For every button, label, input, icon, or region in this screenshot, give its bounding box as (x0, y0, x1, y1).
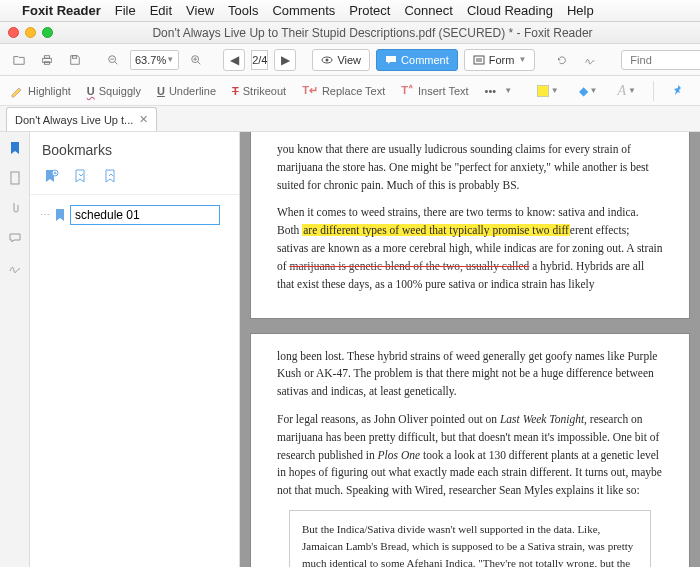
strikeout-tool[interactable]: TStrikeout (232, 85, 286, 97)
menu-help[interactable]: Help (567, 3, 594, 18)
window-titlebar: Don't Always Live Up to Their Stupid Des… (0, 22, 700, 44)
menu-comments[interactable]: Comments (272, 3, 335, 18)
bookmarks-tree: ⋯ (30, 195, 239, 225)
highlight-label: Highlight (28, 85, 71, 97)
menu-view[interactable]: View (186, 3, 214, 18)
signatures-panel-icon[interactable] (7, 260, 23, 276)
chevron-down-icon: ▼ (518, 55, 526, 64)
menu-protect[interactable]: Protect (349, 3, 390, 18)
more-label: ••• (485, 85, 497, 97)
underline-label: Underline (169, 85, 216, 97)
highlighted-text: are different types of weed that typical… (302, 224, 570, 236)
bookmarks-panel-icon[interactable] (7, 140, 23, 156)
strikeout-text: marijuana is genetic blend of the two, u… (289, 260, 529, 272)
zoom-in-button[interactable] (185, 49, 207, 71)
svg-rect-1 (44, 55, 49, 58)
svg-line-8 (198, 61, 201, 64)
zoom-out-button[interactable] (102, 49, 124, 71)
bookmark-name-input[interactable] (70, 205, 220, 225)
insert-label: Insert Text (418, 85, 469, 97)
close-window-button[interactable] (8, 27, 19, 38)
traffic-lights (8, 27, 53, 38)
svg-rect-3 (72, 55, 76, 58)
squiggly-label: Squiggly (99, 85, 141, 97)
attachments-panel-icon[interactable] (7, 200, 23, 216)
body-text: long been lost. These hybrid strains of … (277, 348, 663, 401)
bookmarks-panel: Bookmarks ⋯ (30, 132, 240, 567)
macos-menubar: Foxit Reader File Edit View Tools Commen… (0, 0, 700, 22)
menu-cloud-reading[interactable]: Cloud Reading (467, 3, 553, 18)
collapse-bookmarks-button[interactable] (102, 168, 120, 186)
svg-point-12 (326, 58, 329, 61)
zoom-value: 63.7% (135, 54, 166, 66)
pages-panel-icon[interactable] (7, 170, 23, 186)
menu-file[interactable]: File (115, 3, 136, 18)
body-text: When it comes to weed strains, there are… (277, 204, 663, 293)
chevron-down-icon: ▼ (504, 86, 512, 95)
document-view[interactable]: you know that there are usually ludicrou… (240, 132, 700, 567)
print-button[interactable] (36, 49, 58, 71)
open-file-button[interactable] (8, 49, 30, 71)
side-panel-strip (0, 132, 30, 567)
page-number-field[interactable]: 2/4 (251, 50, 268, 70)
comments-panel-icon[interactable] (7, 230, 23, 246)
pdf-page: long been lost. These hybrid strains of … (250, 333, 690, 568)
svg-rect-20 (11, 172, 19, 184)
view-mode-button[interactable]: View (312, 49, 370, 71)
replace-label: Replace Text (322, 85, 385, 97)
menu-tools[interactable]: Tools (228, 3, 258, 18)
squiggly-tool[interactable]: USquiggly (87, 85, 141, 97)
bookmark-icon (54, 209, 66, 221)
highlight-tool[interactable]: Highlight (10, 84, 71, 98)
color-yellow-swatch[interactable]: ▼ (532, 80, 564, 102)
replace-text-tool[interactable]: T↵Replace Text (302, 84, 385, 97)
italic-text: Plos One (378, 449, 420, 461)
italic-text: Last Week Tonight (500, 413, 584, 425)
annotation-toolbar: Highlight USquiggly UUnderline TStrikeou… (0, 76, 700, 106)
underline-tool[interactable]: UUnderline (157, 85, 216, 97)
menu-connect[interactable]: Connect (404, 3, 452, 18)
insert-text-tool[interactable]: T˄Insert Text (401, 84, 468, 97)
font-tool[interactable]: A▼ (613, 80, 641, 102)
main-toolbar: 63.7%▼ ◀ 2/4 ▶ View Comment Form▼ ▾ ▼ (0, 44, 700, 76)
comment-label: Comment (401, 54, 449, 66)
bookmarks-title: Bookmarks (30, 132, 239, 164)
opacity-tool[interactable]: ◆▼ (574, 80, 603, 102)
toolbar-separator (653, 81, 654, 101)
document-tab[interactable]: Don't Always Live Up t... ✕ (6, 107, 157, 131)
save-button[interactable] (64, 49, 86, 71)
pin-tool[interactable] (666, 80, 690, 102)
rotate-button[interactable] (551, 49, 573, 71)
body-text: you know that there are usually ludicrou… (277, 141, 663, 194)
form-label: Form (489, 54, 515, 66)
workspace: Bookmarks ⋯ you know that there are usua… (0, 132, 700, 567)
window-title: Don't Always Live Up to Their Stupid Des… (53, 26, 692, 40)
tab-label: Don't Always Live Up t... (15, 114, 133, 126)
pdf-page: you know that there are usually ludicrou… (250, 132, 690, 319)
comment-mode-button[interactable]: Comment (376, 49, 458, 71)
bookmarks-toolbar (30, 164, 239, 195)
close-tab-icon[interactable]: ✕ (139, 113, 148, 126)
body-text: For legal reasons, as John Oliver pointe… (277, 411, 663, 500)
more-tools-button[interactable]: •••▼ (485, 85, 512, 97)
svg-rect-13 (474, 56, 484, 64)
expand-bookmarks-button[interactable] (72, 168, 90, 186)
signature-button[interactable] (579, 49, 601, 71)
form-mode-button[interactable]: Form▼ (464, 49, 536, 71)
view-label: View (337, 54, 361, 66)
minimize-window-button[interactable] (25, 27, 36, 38)
menu-app[interactable]: Foxit Reader (22, 3, 101, 18)
blockquote: But the Indica/Sativa divide wasn't well… (289, 510, 651, 567)
zoom-window-button[interactable] (42, 27, 53, 38)
find-input[interactable] (630, 54, 700, 66)
next-page-button[interactable]: ▶ (274, 49, 296, 71)
prev-page-button[interactable]: ◀ (223, 49, 245, 71)
document-tabstrip: Don't Always Live Up t... ✕ (0, 106, 700, 132)
strikeout-label: Strikeout (243, 85, 286, 97)
bookmark-row[interactable] (54, 205, 229, 225)
zoom-level-select[interactable]: 63.7%▼ (130, 50, 179, 70)
find-box[interactable]: ▾ (621, 50, 700, 70)
menu-edit[interactable]: Edit (150, 3, 172, 18)
tree-connector: ⋯ (40, 209, 50, 220)
new-bookmark-button[interactable] (42, 168, 60, 186)
